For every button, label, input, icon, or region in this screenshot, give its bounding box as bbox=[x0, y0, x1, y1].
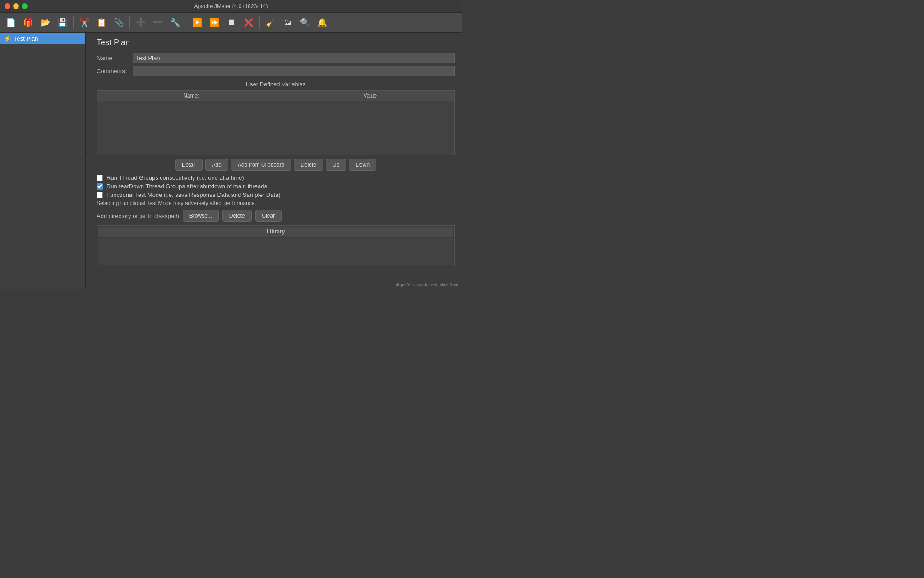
comments-field-row: Comments: bbox=[97, 66, 455, 76]
window-controls[interactable] bbox=[5, 3, 28, 9]
paste-button[interactable]: 📎 bbox=[111, 14, 127, 31]
save-button[interactable]: 💾 bbox=[54, 14, 70, 31]
watermark: https://blog.csdn.net/joiker Xiao bbox=[396, 282, 458, 287]
separator-4 bbox=[259, 16, 260, 29]
copy-button[interactable]: 📋 bbox=[93, 14, 110, 31]
reset-button[interactable]: 🔔 bbox=[314, 14, 330, 31]
down-button[interactable]: Down bbox=[349, 159, 376, 171]
user-defined-variables-title: User Defined Variables bbox=[97, 81, 455, 88]
start-button[interactable]: ▶️ bbox=[189, 14, 205, 31]
run-consecutive-label: Run Thread Groups consecutively (i.e. on… bbox=[106, 174, 244, 181]
detail-button[interactable]: Detail bbox=[175, 159, 203, 171]
templates-button[interactable]: 🎁 bbox=[20, 14, 36, 31]
main-layout: ⚡ Test Plan ⋮ Test Plan Name: Comments: … bbox=[0, 33, 462, 289]
open-button[interactable]: 📂 bbox=[37, 14, 53, 31]
content-panel: Test Plan Name: Comments: User Defined V… bbox=[89, 33, 462, 289]
col-value: Value bbox=[286, 91, 454, 101]
separator-3 bbox=[186, 16, 186, 29]
classpath-row: Add directory or jar to classpath Browse… bbox=[97, 210, 455, 222]
functional-mode-label: Functional Test Mode (i.e. save Response… bbox=[106, 191, 281, 198]
functional-mode-checkbox[interactable] bbox=[97, 192, 103, 198]
shutdown-button[interactable]: ❌ bbox=[240, 14, 257, 31]
comments-input[interactable] bbox=[133, 66, 455, 76]
functional-mode-row: Functional Test Mode (i.e. save Response… bbox=[97, 191, 455, 198]
search-button[interactable]: 🔍 bbox=[297, 14, 313, 31]
comments-label: Comments: bbox=[97, 68, 133, 75]
classpath-label: Add directory or jar to classpath bbox=[97, 213, 179, 219]
clear-button[interactable]: 🧹 bbox=[263, 14, 279, 31]
delete-classpath-button[interactable]: Delete bbox=[222, 210, 252, 222]
name-label: Name: bbox=[97, 55, 133, 61]
library-table: Library bbox=[97, 225, 455, 266]
library-body bbox=[98, 238, 453, 265]
variables-table-body bbox=[97, 101, 455, 155]
run-teardown-row: Run tearDown Thread Groups after shutdow… bbox=[97, 183, 455, 190]
add-from-clipboard-button[interactable]: Add from Clipboard bbox=[231, 159, 291, 171]
functional-mode-info: Selecting Functional Test Mode may adver… bbox=[97, 200, 455, 206]
run-consecutive-checkbox[interactable] bbox=[97, 175, 103, 181]
new-button[interactable]: 📄 bbox=[3, 14, 19, 31]
toolbar: 📄 🎁 📂 💾 ✂️ 📋 📎 ➕ ➖ 🔧 ▶️ ⏩ ⏹ ❌ 🧹 🗂 🔍 🔔 bbox=[0, 13, 462, 33]
up-button[interactable]: Up bbox=[326, 159, 346, 171]
sidebar-item-test-plan[interactable]: ⚡ Test Plan bbox=[0, 33, 85, 44]
run-teardown-checkbox[interactable] bbox=[97, 183, 103, 190]
sidebar-item-label: Test Plan bbox=[14, 35, 38, 42]
collapse-button[interactable]: ➖ bbox=[150, 14, 166, 31]
variables-table: Name: Value bbox=[97, 90, 455, 155]
toggle-button[interactable]: 🔧 bbox=[167, 14, 183, 31]
minimize-button[interactable] bbox=[13, 3, 19, 9]
title-bar: Apache JMeter (4.0 r1823414) bbox=[0, 0, 462, 13]
test-plan-icon: ⚡ bbox=[4, 35, 11, 42]
name-field-row: Name: bbox=[97, 53, 455, 63]
col-name: Name: bbox=[97, 91, 286, 101]
stop-button[interactable]: ⏹ bbox=[223, 14, 240, 31]
cut-button[interactable]: ✂️ bbox=[76, 14, 92, 31]
sidebar-divider[interactable]: ⋮ bbox=[86, 33, 89, 289]
panel-title: Test Plan bbox=[97, 38, 455, 47]
run-consecutive-row: Run Thread Groups consecutively (i.e. on… bbox=[97, 174, 455, 181]
separator-2 bbox=[129, 16, 130, 29]
library-header: Library bbox=[98, 227, 453, 237]
run-teardown-label: Run tearDown Thread Groups after shutdow… bbox=[106, 183, 267, 190]
clear-all-button[interactable]: 🗂 bbox=[280, 14, 296, 31]
add-button[interactable]: Add bbox=[205, 159, 228, 171]
expand-button[interactable]: ➕ bbox=[133, 14, 149, 31]
browse-button[interactable]: Browse... bbox=[183, 210, 219, 222]
window-title: Apache JMeter (4.0 r1823414) bbox=[194, 3, 268, 9]
name-input[interactable] bbox=[133, 53, 455, 63]
separator-1 bbox=[73, 16, 74, 29]
table-buttons-row: Detail Add Add from Clipboard Delete Up … bbox=[97, 159, 455, 171]
clear-classpath-button[interactable]: Clear bbox=[255, 210, 282, 222]
close-button[interactable] bbox=[5, 3, 10, 9]
delete-variable-button[interactable]: Delete bbox=[294, 159, 323, 171]
sidebar: ⚡ Test Plan bbox=[0, 33, 86, 289]
start-no-pause-button[interactable]: ⏩ bbox=[206, 14, 222, 31]
maximize-button[interactable] bbox=[22, 3, 28, 9]
